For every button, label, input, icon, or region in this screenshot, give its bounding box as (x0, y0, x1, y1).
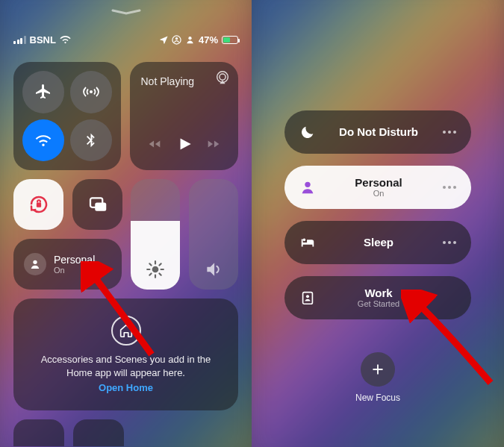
svg-point-11 (305, 182, 310, 187)
svg-point-10 (152, 266, 159, 273)
more-icon[interactable] (441, 186, 458, 189)
plus-icon (370, 362, 385, 377)
svg-rect-8 (95, 203, 106, 211)
media-title: Not Playing (140, 75, 228, 87)
focus-pill-sleep[interactable]: Sleep (284, 221, 471, 264)
svg-point-0 (172, 36, 181, 44)
person-icon (24, 253, 46, 275)
grabber-icon[interactable] (111, 9, 141, 13)
focus-pill-sublabel: Get Started (316, 299, 441, 309)
focus-pill-personal[interactable]: Personal On (284, 166, 471, 209)
orientation-lock-toggle[interactable] (13, 179, 63, 230)
status-bar: BSNL 47% (13, 34, 238, 46)
location-icon (160, 36, 168, 44)
battery-percent: 47% (199, 34, 218, 46)
open-home-link[interactable]: Open Home (99, 382, 153, 393)
media-tile[interactable]: Not Playing (130, 62, 238, 170)
wifi-icon (60, 36, 71, 44)
focus-pill-label: Sleep (316, 236, 441, 248)
airplane-toggle[interactable] (22, 71, 64, 113)
badge-icon (299, 290, 316, 306)
volume-icon (204, 260, 223, 279)
more-icon[interactable] (441, 241, 458, 244)
forward-button[interactable] (205, 136, 222, 155)
new-focus-label: New Focus (355, 393, 400, 403)
extra-tile-2[interactable] (73, 419, 124, 446)
home-icon (111, 316, 141, 346)
svg-point-9 (33, 260, 37, 264)
focus-mode-list: Do Not Disturb Personal On Sleep Wor (265, 110, 491, 319)
more-icon[interactable] (441, 131, 458, 134)
rewind-button[interactable] (146, 136, 163, 155)
play-button[interactable] (175, 134, 194, 157)
brightness-icon (146, 260, 165, 279)
carrier-label: BSNL (30, 34, 56, 46)
focus-pill-label: Personal (316, 176, 441, 189)
screen-mirror-button[interactable] (72, 179, 122, 230)
svg-point-13 (306, 295, 309, 298)
bluetooth-toggle[interactable] (70, 119, 112, 162)
connectivity-tile[interactable] (13, 62, 121, 170)
brightness-slider[interactable] (131, 179, 180, 290)
svg-point-3 (90, 90, 93, 93)
focus-pill-label: Do Not Disturb (316, 125, 441, 138)
moon-icon (299, 124, 316, 140)
person-icon (299, 179, 316, 196)
focus-label: Personal (54, 254, 95, 266)
focus-pill-sublabel: On (316, 189, 441, 199)
focus-pill-label: Work (316, 287, 441, 299)
cellular-toggle[interactable] (70, 71, 112, 113)
extra-tile-1[interactable] (13, 419, 64, 446)
new-focus-button[interactable] (361, 352, 395, 387)
bed-icon (299, 234, 316, 251)
user-switch-icon (185, 35, 195, 45)
battery-icon (222, 36, 238, 44)
svg-point-2 (188, 37, 191, 40)
svg-rect-12 (303, 293, 313, 304)
home-message: Accessories and Scenes you add in the Ho… (31, 353, 220, 379)
focus-pill-work[interactable]: Work Get Started (284, 276, 471, 319)
focus-tile[interactable]: Personal On (13, 239, 122, 290)
cellular-signal-icon (13, 36, 26, 44)
focus-pill-dnd[interactable]: Do Not Disturb (284, 110, 471, 154)
focus-sublabel: On (54, 266, 95, 275)
wifi-toggle[interactable] (22, 119, 64, 162)
volume-slider[interactable] (189, 179, 238, 290)
svg-point-1 (175, 37, 178, 40)
home-card[interactable]: Accessories and Scenes you add in the Ho… (13, 298, 238, 410)
focus-status-icon (172, 35, 181, 45)
svg-rect-6 (36, 203, 40, 207)
